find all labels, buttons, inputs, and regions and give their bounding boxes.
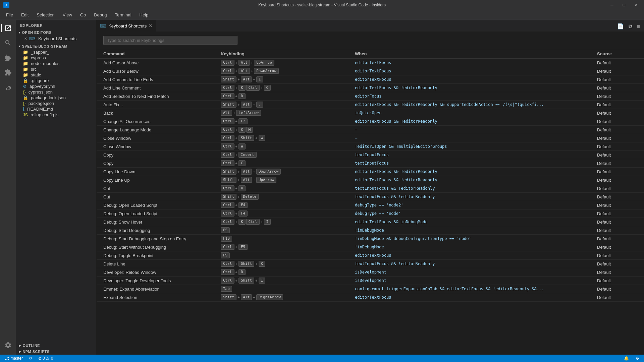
tree-item-cypress-json[interactable]: {} cypress.json — [16, 89, 96, 95]
menu-view[interactable]: View — [59, 11, 75, 19]
table-row[interactable]: Debug: Toggle BreakpointF9editorTextFocu… — [97, 251, 644, 260]
menu-debug[interactable]: Debug — [91, 11, 110, 19]
split-editor-icon[interactable]: ⧉ — [627, 23, 634, 30]
table-row[interactable]: Auto Fix...Shift+Alt+.editorTextFocus &&… — [97, 101, 644, 109]
kb-binding-cell: Ctrl+KM — [221, 127, 355, 133]
title-bar: X Keyboard Shortcuts - svelte-blog-strea… — [0, 0, 644, 10]
tree-item-appveyor[interactable]: ⚙ appveyor.yml — [16, 83, 96, 89]
key-badge: Ctrl — [221, 93, 234, 99]
maximize-button[interactable]: □ — [620, 2, 628, 8]
tree-item-src[interactable]: 📁 src — [16, 66, 96, 72]
keyboard-shortcuts-icon: ⌨ — [29, 36, 36, 41]
kb-when-cell: textInputFocus && !editorReadonly — [355, 186, 597, 191]
tree-item-node-modules[interactable]: 📁 node_modules — [16, 61, 96, 66]
table-row[interactable]: CutShift+DeletetextInputFocus && !editor… — [97, 193, 644, 201]
tree-item-sapper[interactable]: 📁 _sapper_ — [16, 49, 96, 55]
tree-item-gitignore[interactable]: 🔒 .gitignore — [16, 78, 96, 83]
search-input[interactable] — [103, 36, 237, 45]
tree-item-package-lock[interactable]: 🔒 package-lock.json — [16, 95, 96, 101]
table-row[interactable]: Close WindowCtrl+Shift+W—Default — [97, 134, 644, 142]
table-row[interactable]: Add Cursor AboveCtrl+Alt+UpArroweditorTe… — [97, 59, 644, 67]
menu-selection[interactable]: Selection — [33, 11, 58, 19]
key-separator: + — [235, 262, 238, 266]
close-button[interactable]: ✕ — [632, 2, 641, 8]
menu-help[interactable]: Help — [136, 11, 152, 19]
status-sync[interactable]: ↻ — [28, 356, 34, 361]
editor-top-right: 📄 ⧉ ≡ — [613, 21, 644, 32]
table-row[interactable]: Copy Line UpShift+Alt+UpArroweditorTextF… — [97, 176, 644, 184]
table-row[interactable]: Add Cursors to Line EndsShift+Alt+Iedito… — [97, 75, 644, 84]
key-badge: RightArrow — [256, 294, 283, 300]
table-row[interactable]: Emmet: Expand AbbreviationTabconfig.emme… — [97, 285, 644, 293]
outline-section[interactable]: ▶ OUTLINE — [16, 343, 96, 349]
status-branch[interactable]: ⎇ master — [3, 356, 24, 361]
table-row[interactable]: Debug: Show HoverCtrl+KCtrl+IeditorTextF… — [97, 218, 644, 226]
status-feedback[interactable]: ⚙ — [634, 356, 641, 361]
menu-terminal[interactable]: Terminal — [111, 11, 135, 19]
table-row[interactable]: CopyCtrl+CtextInputFocusDefault — [97, 159, 644, 168]
table-row[interactable]: Debug: Open Loaded ScriptCtrl+F4debugTyp… — [97, 201, 644, 209]
kb-source-cell: Default — [597, 111, 637, 116]
table-row[interactable]: BackAlt+LeftArrowinQuickOpenDefault — [97, 109, 644, 117]
tree-item-readme[interactable]: ℹ README.md — [16, 106, 96, 112]
npm-section[interactable]: ▶ NPM SCRIPTS — [16, 349, 96, 355]
kb-when-cell: editorTextFocus && !editorReadonly — [355, 85, 597, 90]
key-separator: + — [235, 119, 238, 123]
activity-extensions[interactable] — [1, 66, 15, 79]
table-row[interactable]: Debug: Start DebuggingF5!inDebugModeDefa… — [97, 226, 644, 235]
activity-search[interactable] — [1, 36, 15, 50]
table-row[interactable]: Add Cursor BelowCtrl+Alt+DownArroweditor… — [97, 67, 644, 75]
table-row[interactable]: Add Line CommentCtrl+KCtrl+CeditorTextFo… — [97, 84, 644, 92]
menu-edit[interactable]: Edit — [18, 11, 32, 19]
table-row[interactable]: Add Selection To Next Find MatchCtrl+Ded… — [97, 92, 644, 101]
activity-remote[interactable] — [1, 80, 15, 94]
minimize-button[interactable]: ─ — [608, 2, 616, 8]
table-row[interactable]: Developer: Reload WindowCtrl+RisDevelopm… — [97, 268, 644, 277]
table-row[interactable]: Developer: Toggle Developer ToolsCtrl+Sh… — [97, 277, 644, 285]
activity-explorer[interactable] — [1, 21, 15, 35]
kb-binding-cell: Shift+Delete — [221, 194, 355, 200]
table-row[interactable]: Debug: Start Without DebuggingCtrl+F5!in… — [97, 243, 644, 251]
table-row[interactable]: Change All OccurrencesCtrl+F2editorTextF… — [97, 117, 644, 126]
kb-binding-cell: Alt+LeftArrow — [221, 110, 355, 116]
menu-file[interactable]: File — [3, 11, 16, 19]
tab-keyboard-shortcuts[interactable]: ⌨ Keyboard Shortcuts ✕ — [97, 20, 156, 32]
table-row[interactable]: Debug: Open Loaded ScriptCtrl+F4debugTyp… — [97, 209, 644, 218]
key-separator: + — [235, 86, 238, 90]
status-notifications[interactable]: 🔔 — [623, 356, 630, 361]
key-badge: Alt — [241, 102, 252, 108]
table-row[interactable]: Copy Line DownShift+Alt+DownArroweditorT… — [97, 168, 644, 176]
more-actions-icon[interactable]: ≡ — [636, 23, 641, 30]
key-separator: + — [253, 178, 255, 182]
activity-settings[interactable] — [1, 339, 15, 352]
table-row[interactable]: Delete LineCtrl+Shift+KtextInputFocus &&… — [97, 260, 644, 268]
folder-icon: 📁 — [23, 50, 28, 55]
sidebar: EXPLORER ▾ OPEN EDITORS ✕ ⌨ Keyboard Sho… — [16, 20, 97, 355]
tree-item-cypress[interactable]: 📁 cypress — [16, 55, 96, 61]
activity-source-control[interactable] — [1, 51, 15, 64]
header-source: Source — [597, 51, 637, 56]
tree-item-package-json[interactable]: {} package.json — [16, 101, 96, 106]
table-row[interactable]: CopyCtrl+InserttextInputFocusDefault — [97, 151, 644, 159]
open-in-editor-icon[interactable]: 📄 — [616, 22, 625, 30]
table-row[interactable]: Debug: Start Debugging and Stop on Entry… — [97, 235, 644, 243]
tab-label: Keyboard Shortcuts — [108, 23, 147, 28]
key-badge: Shift — [221, 76, 236, 82]
table-row[interactable]: Change Language ModeCtrl+KM—Default — [97, 126, 644, 134]
open-editor-keyboard-shortcuts[interactable]: ✕ ⌨ Keyboard Shortcuts — [16, 36, 96, 42]
menu-go[interactable]: Go — [77, 11, 89, 19]
kb-when-cell: isDevelopment — [355, 270, 597, 275]
key-separator: + — [235, 69, 238, 73]
key-badge: C — [264, 85, 271, 91]
project-header[interactable]: ▾ SVELTE-BLOG-STREAM — [16, 43, 96, 49]
tab-close-button[interactable]: ✕ — [149, 23, 153, 28]
tree-item-rollup[interactable]: JS rollup.config.js — [16, 112, 96, 118]
status-errors[interactable]: ⊗ 0 ⚠ 0 — [37, 356, 54, 361]
table-row[interactable]: CutCtrl+XtextInputFocus && !editorReadon… — [97, 184, 644, 193]
open-editors-header[interactable]: ▾ OPEN EDITORS — [16, 29, 96, 36]
table-row[interactable]: Close WindowCtrl+W!editorIsOpen && !mult… — [97, 142, 644, 151]
close-editor-icon[interactable]: ✕ — [24, 37, 27, 41]
table-row[interactable]: Expand SelectionShift+Alt+RightArrowedit… — [97, 293, 644, 302]
tree-item-static[interactable]: 📁 static — [16, 72, 96, 78]
kb-command-cell: Debug: Show Hover — [103, 220, 221, 225]
